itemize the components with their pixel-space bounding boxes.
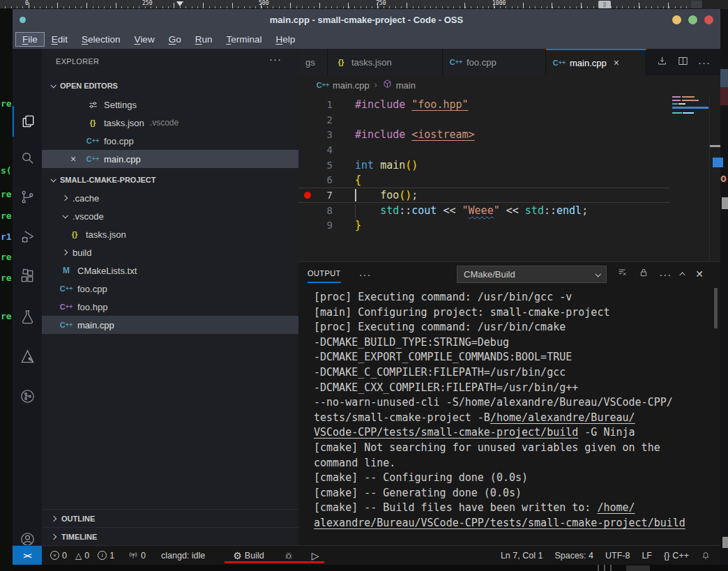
encoding[interactable]: UTF-8 bbox=[605, 551, 630, 561]
language-mode[interactable]: {}C++ bbox=[664, 551, 689, 561]
cursor-position[interactable]: Ln 7, Col 1 bbox=[501, 551, 543, 561]
section-open-editors[interactable]: OPEN EDITORS bbox=[42, 78, 298, 93]
code-line-1[interactable]: 1#include "foo.hpp" bbox=[298, 97, 720, 112]
code-line-5[interactable]: 5int main() bbox=[298, 158, 720, 173]
code-line-7[interactable]: 7 foo(); bbox=[298, 188, 720, 203]
problems-indicator[interactable]: ×0△0i1 bbox=[50, 551, 114, 561]
minimap-slider[interactable] bbox=[672, 107, 708, 109]
lock-auto-scroll-icon[interactable] bbox=[638, 267, 649, 281]
code-line-2[interactable]: 2 bbox=[298, 112, 720, 128]
maximize-panel-icon[interactable] bbox=[680, 272, 685, 277]
section-project-root[interactable]: SMALL-CMAKE-PROJECT bbox=[42, 172, 298, 188]
menu-terminal[interactable]: Terminal bbox=[219, 32, 268, 47]
code-line-8[interactable]: 8 std::cout << "Weee" << std::endl; bbox=[298, 203, 720, 218]
activitybar-run-and-debug[interactable] bbox=[13, 221, 42, 252]
launch-button[interactable]: ▷ bbox=[312, 550, 319, 561]
background-text-fragment: o bbox=[720, 172, 728, 184]
section-outline[interactable]: OUTLINE bbox=[42, 509, 298, 527]
section-timeline[interactable]: TIMELINE bbox=[42, 527, 298, 545]
cpp-file-icon: C++ bbox=[317, 81, 329, 89]
output-link[interactable]: alexandre/Bureau/VSCode-CPP/tests/small-… bbox=[314, 517, 685, 529]
menu-run[interactable]: Run bbox=[188, 32, 220, 47]
open-editor-Settings[interactable]: Settings bbox=[42, 96, 298, 114]
activitybar-extensions[interactable] bbox=[13, 261, 42, 291]
tab-tasksjson[interactable]: {}tasks.json bbox=[328, 49, 443, 75]
panel-more-actions-icon[interactable]: ··· bbox=[659, 268, 672, 280]
panel-more-tabs-icon[interactable]: ··· bbox=[359, 268, 372, 280]
activitybar-settings-gear[interactable]: ⚙ bbox=[13, 564, 42, 571]
activitybar-explorer[interactable] bbox=[13, 106, 42, 137]
tab-gs[interactable]: gs bbox=[298, 49, 328, 75]
eol-indicator[interactable]: LF bbox=[642, 551, 652, 561]
status-bar: >< ×0△0i10clangd: idle⚙Build▷ Ln 7, Col … bbox=[13, 545, 720, 565]
activitybar-cmake[interactable] bbox=[13, 341, 42, 372]
output-link[interactable]: /home/alexandre/Bureau/ bbox=[490, 411, 635, 424]
breadcrumb-symbol[interactable]: main bbox=[396, 80, 416, 91]
tree-item-foo.cpp[interactable]: C++foo.cpp bbox=[42, 280, 298, 298]
breadcrumb-file[interactable]: main.cpp bbox=[333, 80, 370, 91]
tree-item-tasks.json[interactable]: {}tasks.json bbox=[42, 225, 298, 243]
tab-maincpp[interactable]: C++main.cpp× bbox=[546, 49, 646, 75]
tree-item-CMakeLists.txt[interactable]: MCMakeLists.txt bbox=[42, 261, 298, 280]
minimize-button[interactable] bbox=[672, 15, 681, 24]
activitybar-references[interactable] bbox=[13, 381, 42, 411]
vscode-window: main.cpp - small-cmake-project - Code - … bbox=[13, 9, 720, 565]
output-panel: OUTPUT ··· CMake/Build bbox=[298, 261, 720, 545]
titlebar[interactable]: main.cpp - small-cmake-project - Code - … bbox=[13, 9, 720, 30]
tree-item-main.cpp[interactable]: C++main.cpp bbox=[42, 316, 298, 334]
split-editor-icon[interactable] bbox=[677, 55, 689, 70]
tab-label: gs bbox=[305, 57, 315, 68]
menu-selection[interactable]: Selection bbox=[75, 32, 128, 47]
code-line-4[interactable]: 4 bbox=[298, 142, 720, 158]
tree-item-foo.hpp[interactable]: C++foo.hpp bbox=[42, 298, 298, 316]
maximize-button[interactable] bbox=[688, 15, 697, 24]
open-editor-main.cpp[interactable]: ×C++main.cpp bbox=[42, 150, 298, 168]
notifications-button[interactable] bbox=[701, 551, 711, 561]
menu-help[interactable]: Help bbox=[268, 32, 302, 47]
output-link[interactable]: VSCode-CPP/tests/small-cmake-project/bui… bbox=[314, 426, 578, 439]
tab-foocpp[interactable]: C++foo.cpp bbox=[443, 49, 546, 75]
code-editor[interactable]: 1#include "foo.hpp"23#include <iostream>… bbox=[298, 95, 720, 261]
close-panel-icon[interactable]: ✕ bbox=[695, 268, 704, 280]
menu-view[interactable]: View bbox=[128, 32, 162, 47]
close-button[interactable] bbox=[704, 15, 713, 24]
output-link[interactable]: /home/ bbox=[597, 501, 635, 514]
run-cpp-file-icon[interactable] bbox=[656, 55, 668, 70]
ruler-grip[interactable]: ⣿ bbox=[598, 1, 611, 8]
activity-bar: ⚙ bbox=[13, 49, 42, 545]
remote-indicator[interactable]: >< bbox=[13, 546, 42, 565]
output-channel-select[interactable]: CMake/Build bbox=[457, 266, 607, 283]
close-tab-icon[interactable]: × bbox=[614, 57, 619, 68]
menu-file[interactable]: File bbox=[15, 32, 45, 47]
clear-output-icon[interactable] bbox=[617, 267, 628, 281]
indentation[interactable]: Spaces: 4 bbox=[554, 551, 593, 561]
menu-edit[interactable]: Edit bbox=[45, 32, 75, 47]
menu-go[interactable]: Go bbox=[162, 32, 188, 47]
folder-label: .vscode bbox=[73, 211, 104, 222]
output-log[interactable]: [proc] Executing command: /usr/bin/gcc -… bbox=[298, 286, 720, 545]
activitybar-testing[interactable] bbox=[13, 301, 42, 332]
editor-more-actions-icon[interactable]: ··· bbox=[698, 56, 711, 68]
code-line-6[interactable]: 6{ bbox=[298, 172, 720, 188]
debug-button[interactable] bbox=[284, 551, 294, 561]
close-editor-icon[interactable]: × bbox=[68, 153, 78, 165]
breakpoint-icon[interactable] bbox=[304, 192, 311, 199]
tree-item-.vscode[interactable]: .vscode bbox=[42, 207, 298, 225]
panel-scrollbar[interactable] bbox=[714, 288, 718, 328]
open-editor-tasks.json[interactable]: {}tasks.json.vscode bbox=[42, 114, 298, 132]
sidebar-more-actions-icon[interactable]: ··· bbox=[269, 53, 282, 65]
open-editor-foo.cpp[interactable]: C++foo.cpp bbox=[42, 132, 298, 150]
ports-indicator[interactable]: 0 bbox=[128, 551, 146, 561]
activitybar-source-control[interactable] bbox=[13, 181, 42, 212]
tab-output[interactable]: OUTPUT bbox=[308, 269, 341, 279]
tree-item-.cache[interactable]: .cache bbox=[42, 189, 298, 207]
clangd-status[interactable]: clangd: idle bbox=[161, 551, 205, 561]
cmake-build-button[interactable]: ⚙Build bbox=[233, 551, 264, 561]
code-line-9[interactable]: 9} bbox=[298, 218, 720, 234]
code-line-3[interactable]: 3#include <iostream> bbox=[298, 127, 720, 142]
explorer-sidebar: EXPLORER ··· OPEN EDITORSSettings{}tasks… bbox=[42, 49, 298, 545]
output-channel-value: CMake/Build bbox=[464, 269, 515, 280]
activitybar-search[interactable] bbox=[13, 142, 42, 173]
screen-ruler: 02505007501000 ⣿ bbox=[0, 0, 702, 9]
tree-item-build[interactable]: build bbox=[42, 243, 298, 261]
